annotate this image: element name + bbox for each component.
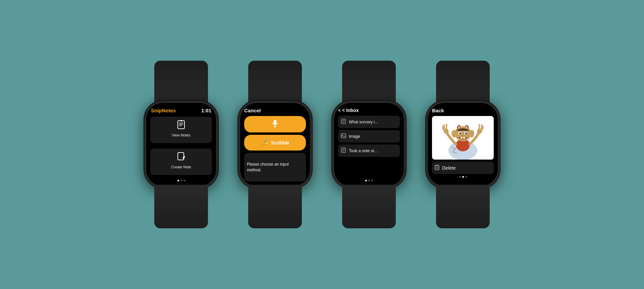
svg-point-31: [466, 133, 467, 133]
screen-3: < < Inbox What sorcery i...: [334, 103, 404, 186]
svg-point-30: [460, 133, 461, 133]
svg-point-29: [465, 132, 467, 134]
watch-body-4: Back: [426, 101, 500, 188]
menu-buttons: View Notes Create Note: [150, 117, 212, 178]
svg-point-25: [469, 130, 474, 138]
svg-rect-14: [341, 134, 346, 138]
svg-point-36: [477, 129, 482, 134]
dot-3-3: [371, 180, 373, 181]
view-notes-label: View Notes: [172, 133, 190, 137]
dot-4-2: [462, 176, 464, 178]
crown2-1: [217, 141, 218, 148]
watch-2: Cancel ✍ Scribble: [238, 101, 312, 188]
scribble-icon: ✍: [261, 138, 268, 147]
band-bottom-2: [248, 185, 302, 228]
band-top-2: [248, 61, 302, 104]
watch-body-3: < < Inbox What sorcery i...: [332, 101, 406, 188]
inbox-item-text-2: Image: [349, 134, 360, 139]
trash-icon: [435, 165, 439, 171]
image-icon: [341, 133, 346, 139]
watch-1: SnipNotes 1:01 View Notes: [144, 101, 218, 188]
app-title: SnipNotes: [151, 108, 176, 113]
svg-point-32: [462, 134, 464, 136]
svg-rect-33: [461, 137, 463, 139]
svg-rect-0: [178, 121, 184, 129]
crown-2: [311, 126, 312, 136]
crown2-4: [498, 141, 500, 148]
cancel-label[interactable]: Cancel: [244, 108, 306, 113]
voice-button[interactable]: [244, 116, 306, 132]
inbox-item-2[interactable]: Image: [338, 130, 400, 142]
inbox-item-3[interactable]: Took a note or...: [338, 144, 400, 157]
delete-button[interactable]: Delete: [432, 162, 494, 174]
svg-point-28: [460, 132, 462, 134]
inbox-item-1[interactable]: What sorcery i...: [338, 116, 400, 128]
crown2-3: [405, 141, 406, 148]
note-icon-3: [341, 148, 346, 154]
crown-3: [405, 126, 406, 136]
watch-body-2: Cancel ✍ Scribble: [238, 101, 312, 188]
crown2-2: [311, 141, 312, 148]
band-bottom-1: [154, 185, 208, 228]
character-svg: [432, 116, 494, 160]
screen-2: Cancel ✍ Scribble: [240, 103, 310, 186]
page-dots-3: [338, 180, 400, 181]
watch-4: Back: [426, 101, 500, 188]
svg-rect-4: [180, 120, 182, 121]
notes-icon: [176, 120, 186, 131]
inbox-back[interactable]: < < Inbox: [338, 108, 400, 113]
screen-4: Back: [428, 103, 498, 186]
scribble-button[interactable]: ✍ Scribble: [244, 135, 306, 151]
band-top-4: [436, 61, 490, 104]
band-top-3: [342, 61, 396, 104]
view-notes-button[interactable]: View Notes: [150, 117, 212, 143]
dot-3-1: [365, 180, 367, 181]
dot-1-3: [183, 180, 185, 181]
dot-3-2: [368, 180, 370, 181]
create-note-button[interactable]: Create Note: [150, 149, 212, 175]
create-note-icon: [176, 152, 186, 163]
svg-point-35: [444, 129, 449, 134]
inbox-item-text-1: What sorcery i...: [349, 120, 378, 124]
svg-rect-34: [463, 137, 465, 139]
band-top-1: [154, 61, 208, 104]
create-note-label: Create Note: [171, 165, 191, 169]
w1-header: SnipNotes 1:01: [150, 108, 212, 113]
back-arrow-icon: <: [338, 108, 342, 113]
svg-point-24: [451, 130, 457, 138]
svg-rect-6: [274, 120, 276, 124]
band-bottom-4: [436, 185, 490, 228]
delete-label: Delete: [442, 165, 455, 171]
note-icon-1: [341, 119, 346, 125]
dot-4-1: [459, 176, 461, 178]
screen-1: SnipNotes 1:01 View Notes: [146, 103, 216, 186]
scribble-label: Scribble: [271, 140, 289, 146]
svg-rect-5: [178, 153, 184, 160]
inbox-title: < Inbox: [342, 108, 359, 113]
dot-1-1: [177, 180, 179, 181]
watch-body-1: SnipNotes 1:01 View Notes: [144, 101, 218, 188]
band-bottom-3: [342, 185, 396, 228]
input-method-info: Please choose an input method.: [244, 153, 306, 181]
back-button[interactable]: Back: [432, 108, 494, 113]
page-dots-4: [432, 176, 494, 178]
crown-1: [217, 126, 218, 136]
page-dots-1: [150, 180, 212, 181]
svg-text:✍: ✍: [261, 138, 268, 146]
info-text: Please choose an input method.: [247, 162, 303, 173]
microphone-icon: [271, 119, 279, 129]
watch-3: < < Inbox What sorcery i...: [332, 101, 406, 188]
dot-1-2: [180, 180, 182, 181]
dot-4-3: [465, 176, 467, 178]
inbox-item-text-3: Took a note or...: [349, 149, 377, 153]
crown-4: [498, 126, 500, 136]
note-image: [432, 116, 494, 160]
watch-time: 1:01: [201, 108, 211, 113]
